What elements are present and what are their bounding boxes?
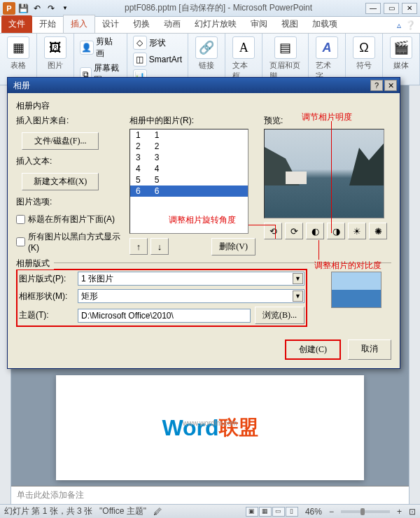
symbol-icon: Ω (353, 36, 375, 59)
shapes-button[interactable]: ◇形状 (132, 35, 183, 50)
annotation-line (331, 121, 332, 233)
reading-view-button[interactable]: ▭ (272, 507, 285, 517)
annotation-rotation: 调整相片旋转角度 (169, 214, 236, 226)
chevron-down-icon: ▼ (293, 290, 303, 302)
annotation-line (248, 225, 275, 225)
preview-box (264, 129, 384, 218)
images-button[interactable]: 🖼图片 (41, 35, 69, 72)
clipart-button[interactable]: 👤剪贴画 (78, 35, 122, 60)
insert-from-label: 插入图片来自: (16, 115, 121, 127)
zoom-slider[interactable] (341, 510, 390, 513)
image-icon: 🖼 (44, 36, 66, 59)
move-down-button[interactable]: ↓ (150, 238, 169, 255)
slide[interactable]: www.wordlm.com Word联盟 (56, 375, 364, 480)
textbox-button[interactable]: A文本框 (230, 35, 258, 83)
ribbon-tabs: 文件 开始 插入 设计 切换 动画 幻灯片放映 审阅 视图 加载项 ▵ ❔ (0, 17, 420, 34)
tab-insert[interactable]: 插入 (63, 15, 95, 33)
maximize-button[interactable]: ▭ (384, 3, 399, 14)
link-icon: 🔗 (195, 36, 218, 59)
contrast-down-button[interactable]: ◑ (327, 223, 345, 239)
dialog-help-button[interactable]: ? (370, 80, 383, 91)
new-textbox-button[interactable]: 新建文本框(X) (22, 173, 99, 190)
qat-dropdown-icon[interactable]: ▼ (59, 2, 71, 15)
app-icon: P (3, 2, 15, 15)
help-icon[interactable]: ❔ (405, 20, 416, 30)
tab-animations[interactable]: 动画 (157, 15, 188, 33)
list-item: 1 1 (130, 130, 248, 141)
minimize-button[interactable]: — (365, 3, 381, 14)
pic-layout-label: 图片版式(P): (19, 273, 74, 285)
theme-input[interactable]: D:\Microsoft Office\2010\ (78, 309, 251, 323)
caption-checkbox[interactable]: 标题在所有图片下面(A) (16, 214, 121, 225)
zoom-out-button[interactable]: − (329, 507, 334, 517)
sorter-view-button[interactable]: ▦ (259, 507, 272, 517)
dialog-close-button[interactable]: ✕ (384, 80, 397, 91)
zoom-level[interactable]: 46% (305, 507, 322, 517)
save-icon[interactable]: 💾 (17, 2, 29, 15)
wordart-button[interactable]: A艺术字 (313, 35, 341, 83)
move-up-button[interactable]: ↑ (130, 238, 148, 255)
contrast-up-button[interactable]: ◐ (306, 223, 324, 239)
browse-button[interactable]: 浏览(B)... (255, 307, 304, 324)
media-button[interactable]: 🎬媒体 (387, 35, 415, 72)
create-button[interactable]: 创建(C) (285, 340, 341, 360)
tables-button[interactable]: ▦表格 (4, 35, 32, 72)
album-content-label: 相册内容 (16, 100, 391, 112)
pic-layout-combo[interactable]: 1 张图片▼ (78, 272, 304, 286)
smartart-button[interactable]: ◫SmartArt (132, 52, 183, 67)
shapes-icon: ◇ (133, 36, 147, 50)
tab-slideshow[interactable]: 幻灯片放映 (188, 15, 244, 33)
brightness-down-button[interactable]: ✺ (369, 223, 387, 239)
fit-button[interactable]: ⊡ (409, 507, 416, 517)
bw-checkbox[interactable]: 所有图片以黑白方式显示(K) (16, 231, 121, 253)
tab-view[interactable]: 视图 (274, 15, 305, 33)
symbol-button[interactable]: Ω符号 (350, 35, 378, 72)
textbox-icon: A (232, 36, 255, 59)
remove-button[interactable]: 删除(V) (211, 238, 255, 255)
layout-section-label: 相册版式 (16, 258, 54, 270)
list-item: 2 2 (130, 141, 248, 152)
rotate-right-button[interactable]: ⟳ (285, 223, 303, 239)
frame-shape-combo[interactable]: 矩形▼ (78, 289, 304, 303)
ribbon-minimize-icon[interactable]: ▵ (397, 20, 401, 30)
zoom-in-button[interactable]: + (397, 507, 402, 517)
smartart-icon: ◫ (133, 52, 147, 66)
annotation-line (318, 240, 319, 260)
dialog-title: 相册 (10, 80, 369, 92)
link-button[interactable]: 🔗链接 (192, 35, 220, 72)
tab-addins[interactable]: 加载项 (305, 15, 344, 33)
tab-review[interactable]: 审阅 (244, 15, 274, 33)
clipart-icon: 👤 (80, 41, 94, 55)
tab-design[interactable]: 设计 (95, 15, 126, 33)
file-disk-button[interactable]: 文件/磁盘(F)... (22, 132, 99, 150)
pic-options-label: 图片选项: (16, 196, 121, 208)
dialog-titlebar[interactable]: 相册 ? ✕ (8, 78, 400, 93)
slide-counter: 幻灯片 第 1 张，共 3 张 (4, 505, 92, 517)
close-button[interactable]: ✕ (402, 3, 417, 14)
window-title: pptF086.pptm [自动保存的] - Microsoft PowerPo… (71, 2, 365, 14)
cancel-button[interactable]: 取消 (348, 340, 391, 360)
list-item: 4 4 (130, 163, 248, 174)
table-icon: ▦ (7, 36, 29, 59)
header-footer-button[interactable]: ▤页眉和页脚 (267, 35, 304, 83)
theme-label: 主题(T): (19, 309, 74, 321)
media-icon: 🎬 (390, 36, 412, 59)
notes-pane[interactable]: 单击此处添加备注 (11, 486, 409, 504)
layout-thumbnail (331, 272, 382, 308)
statusbar: 幻灯片 第 1 张，共 3 张 "Office 主题" 🖉 ▣ ▦ ▭ ▯ 46… (0, 504, 420, 518)
language-indicator[interactable]: 🖉 (153, 507, 162, 517)
tab-transitions[interactable]: 切换 (126, 15, 157, 33)
redo-icon[interactable]: ↷ (45, 2, 57, 15)
slideshow-view-button[interactable]: ▯ (286, 507, 298, 517)
wordart-icon: A (316, 36, 338, 59)
normal-view-button[interactable]: ▣ (246, 507, 258, 517)
undo-icon[interactable]: ↶ (31, 2, 43, 15)
pics-in-album-label: 相册中的图片(R): (130, 115, 255, 127)
tab-home[interactable]: 开始 (32, 15, 63, 33)
tab-file[interactable]: 文件 (1, 15, 32, 33)
theme-name: "Office 主题" (99, 505, 146, 517)
list-item: 5 5 (130, 174, 248, 186)
vertical-scrollbar[interactable] (409, 85, 420, 504)
brightness-up-button[interactable]: ☀ (348, 223, 366, 239)
annotation-brightness: 调节相片明度 (302, 111, 352, 123)
